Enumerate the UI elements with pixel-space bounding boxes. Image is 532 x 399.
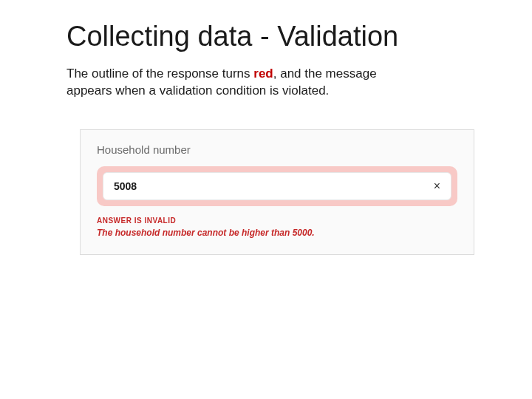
desc-pre: The outline of the response turns (66, 66, 253, 81)
error-heading: ANSWER IS INVALID (97, 216, 457, 225)
input-value: 5008 (114, 180, 137, 192)
desc-highlight: red (253, 66, 273, 81)
error-message: The household number cannot be higher th… (97, 228, 457, 238)
input-error-outline: 5008 × (97, 166, 457, 206)
form-screenshot: Household number 5008 × ANSWER IS INVALI… (80, 129, 474, 255)
clear-icon[interactable]: × (434, 180, 440, 192)
description-text: The outline of the response turns red, a… (66, 66, 406, 100)
page-title: Collecting data - Validation (66, 21, 488, 52)
field-label: Household number (97, 143, 457, 156)
household-number-input[interactable]: 5008 × (103, 172, 451, 200)
